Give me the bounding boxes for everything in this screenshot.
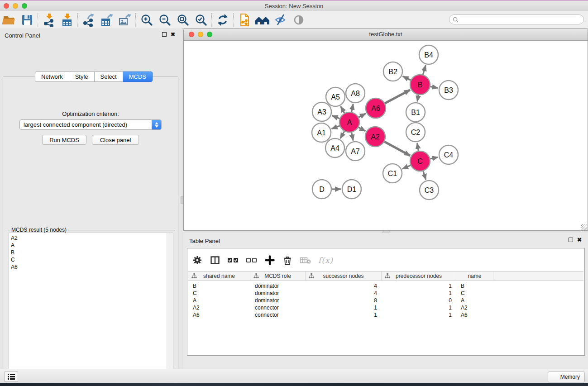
clone-network-icon[interactable] bbox=[235, 13, 253, 27]
close-panel-button[interactable]: Close panel bbox=[92, 135, 139, 145]
table-cell[interactable]: C bbox=[456, 290, 493, 296]
table-cell[interactable]: connector bbox=[250, 312, 306, 318]
save-session-icon[interactable] bbox=[18, 13, 36, 27]
table-row[interactable]: Cdominator41C bbox=[188, 290, 583, 297]
graph-edge-A-A2[interactable] bbox=[359, 127, 365, 131]
table-cell[interactable]: 1 bbox=[306, 305, 382, 311]
graph-node-C4[interactable]: C4 bbox=[439, 145, 458, 164]
close-panel-icon[interactable]: ✖ bbox=[171, 32, 175, 37]
table-cell[interactable]: 4 bbox=[306, 290, 382, 296]
graph-edge-B-B3[interactable] bbox=[430, 86, 438, 88]
mcds-result-item[interactable]: A2 bbox=[9, 234, 173, 242]
graph-node-A5[interactable]: A5 bbox=[326, 87, 345, 106]
table-cell[interactable]: dominator bbox=[250, 283, 306, 289]
graph-edge-C-C3[interactable] bbox=[423, 171, 426, 180]
export-image-icon[interactable] bbox=[116, 13, 134, 27]
deselect-all-icon[interactable] bbox=[246, 254, 258, 267]
zoom-fit-icon[interactable] bbox=[174, 13, 192, 27]
table-cell[interactable]: C bbox=[188, 290, 250, 296]
graph-node-D1[interactable]: D1 bbox=[342, 180, 361, 199]
graph-edge-C-C1[interactable] bbox=[402, 165, 411, 169]
mcds-result-item[interactable]: B bbox=[9, 249, 173, 256]
add-column-icon[interactable] bbox=[264, 254, 275, 267]
show-panels-list-button[interactable] bbox=[5, 372, 18, 382]
table-row[interactable]: A2connector11A2 bbox=[188, 304, 583, 311]
table-cell[interactable]: 0 bbox=[382, 297, 456, 304]
export-table-icon[interactable] bbox=[98, 13, 116, 27]
zoom-in-icon[interactable] bbox=[138, 13, 156, 27]
graph-edge-A-A7[interactable] bbox=[352, 133, 354, 141]
column-header-shared-name[interactable]: shared name bbox=[188, 272, 250, 280]
graph-node-B[interactable]: B bbox=[410, 75, 430, 95]
graph-node-A8[interactable]: A8 bbox=[346, 84, 365, 103]
tab-mcds[interactable]: MCDS bbox=[123, 71, 153, 82]
graph-node-A3[interactable]: A3 bbox=[312, 102, 331, 121]
graph-node-A7[interactable]: A7 bbox=[346, 142, 365, 161]
graph-edge-A-A6[interactable] bbox=[359, 114, 366, 117]
tab-network[interactable]: Network bbox=[35, 71, 69, 82]
graph-node-C[interactable]: C bbox=[410, 151, 430, 171]
delete-column-icon[interactable] bbox=[282, 254, 293, 267]
zoom-selected-icon[interactable] bbox=[192, 13, 210, 27]
graph-node-B2[interactable]: B2 bbox=[383, 62, 402, 81]
table-cell[interactable]: B bbox=[456, 283, 493, 289]
graph-edge-A6-B[interactable] bbox=[385, 90, 410, 104]
import-table-icon[interactable] bbox=[58, 13, 76, 27]
memory-button[interactable]: Memory bbox=[548, 372, 585, 382]
go-home-icon[interactable] bbox=[253, 13, 272, 27]
show-graphics-details-icon[interactable] bbox=[290, 13, 308, 27]
table-cell[interactable]: A6 bbox=[188, 312, 250, 318]
table-cell[interactable]: 1 bbox=[382, 305, 456, 311]
mcds-result-item[interactable]: A bbox=[9, 242, 173, 249]
table-cell[interactable]: 1 bbox=[382, 283, 456, 289]
graph-edge-A-A1[interactable] bbox=[332, 126, 340, 129]
close-panel-icon[interactable]: ✖ bbox=[577, 238, 582, 242]
table-row[interactable]: A6connector11A6 bbox=[188, 311, 583, 319]
mcds-result-item[interactable]: C bbox=[9, 256, 173, 263]
graph-node-B3[interactable]: B3 bbox=[439, 81, 458, 100]
search-input[interactable] bbox=[460, 16, 583, 23]
table-settings-gear-icon[interactable] bbox=[192, 254, 203, 267]
export-network-icon[interactable] bbox=[80, 13, 98, 27]
graph-node-A2[interactable]: A2 bbox=[365, 127, 385, 147]
table-cell[interactable]: B bbox=[188, 283, 250, 289]
table-cell[interactable]: 4 bbox=[306, 283, 382, 289]
table-cell[interactable]: 1 bbox=[382, 312, 456, 318]
table-row[interactable]: Adominator80A bbox=[188, 297, 583, 304]
table-cell[interactable]: dominator bbox=[250, 297, 306, 304]
graph-edge-C-C4[interactable] bbox=[430, 157, 438, 159]
table-cell[interactable]: A2 bbox=[188, 305, 250, 311]
table-cell[interactable]: A2 bbox=[456, 305, 493, 311]
table-cell[interactable]: connector bbox=[250, 305, 306, 311]
run-mcds-button[interactable]: Run MCDS bbox=[42, 135, 86, 145]
graph-edge-A2-C[interactable] bbox=[384, 142, 410, 156]
window-resize-grip[interactable] bbox=[581, 224, 587, 230]
graph-node-A4[interactable]: A4 bbox=[325, 138, 344, 157]
table-row[interactable]: Bdominator41B bbox=[188, 282, 583, 290]
optimization-criterion-select[interactable]: largest connected component (directed) bbox=[19, 119, 162, 130]
tab-style[interactable]: Style bbox=[69, 71, 95, 82]
graph-node-D[interactable]: D bbox=[312, 180, 331, 199]
zoom-out-icon[interactable] bbox=[156, 13, 174, 27]
tab-select[interactable]: Select bbox=[95, 71, 123, 82]
table-cell[interactable]: A6 bbox=[456, 312, 493, 318]
graph-node-A6[interactable]: A6 bbox=[366, 98, 386, 118]
table-cell[interactable]: 1 bbox=[382, 290, 456, 296]
graph-node-B1[interactable]: B1 bbox=[406, 103, 425, 122]
table-cell[interactable]: 8 bbox=[306, 297, 382, 304]
graph-edge-A-A5[interactable] bbox=[341, 106, 344, 113]
graph-edge-A-A3[interactable] bbox=[332, 115, 339, 118]
graph-edge-A-A8[interactable] bbox=[352, 104, 354, 112]
select-all-icon[interactable] bbox=[227, 254, 239, 267]
hide-graphics-details-icon[interactable] bbox=[272, 13, 290, 27]
table-cell[interactable]: A bbox=[188, 297, 250, 304]
network-canvas[interactable]: B4B2BB3A8A5A6A3B1AA1C2A2A4A7C4CC1C3DD1 bbox=[184, 40, 588, 230]
column-header-mcds-role[interactable]: MCDS role bbox=[250, 272, 306, 280]
float-panel-icon[interactable] bbox=[569, 238, 573, 242]
table-cell[interactable]: dominator bbox=[250, 290, 306, 296]
column-header-successor-nodes[interactable]: successor nodes bbox=[306, 272, 382, 280]
import-network-icon[interactable] bbox=[40, 13, 58, 27]
open-session-icon[interactable] bbox=[0, 13, 18, 27]
graph-edge-B-B2[interactable] bbox=[403, 76, 411, 80]
graph-node-A[interactable]: A bbox=[339, 112, 359, 132]
